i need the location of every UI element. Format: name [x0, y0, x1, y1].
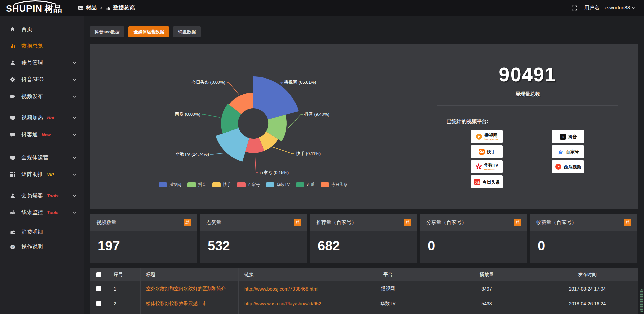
legend-item[interactable]: 西瓜 [296, 182, 315, 188]
app-logo[interactable]: SHUPIN 树品 [0, 0, 72, 16]
sidebar-item-label: 账号管理 [21, 59, 43, 66]
legend-item[interactable]: 播视网 [159, 182, 181, 188]
sidebar-item-media-operation[interactable]: 全媒体运营 [0, 149, 84, 166]
sidebar-item-douketong[interactable]: 抖客通 New [0, 126, 84, 143]
row-title-link[interactable]: 室外水纹灯和室内水纹灯的区别和简介 [141, 281, 239, 296]
platform-badge-sub: wasu.cn [484, 168, 498, 171]
divider [5, 145, 79, 145]
sidebar-item-account[interactable]: 账号管理 [0, 54, 84, 71]
impressions-summary: 90491 展现量总数 已统计的视频平台: 播视网boosj.com 快手 华数… [417, 44, 638, 209]
total-badge[interactable]: 总 [294, 219, 301, 226]
platform-badge-toutiao[interactable]: 头条 今日头条 [471, 175, 503, 188]
platform-badge-kuaishou[interactable]: 快手 [471, 145, 503, 158]
tab-inquiry-data[interactable]: 询盘数据 [173, 26, 201, 37]
sidebar-item-label: 视频发布 [21, 93, 43, 100]
sidebar-item-clue-monitor[interactable]: 线索监控 Tools [0, 204, 84, 221]
sidebar-item-label: 抖客通 [21, 131, 38, 138]
row-num: 1 [108, 281, 141, 296]
total-badge[interactable]: 总 [184, 219, 191, 226]
sidebar-item-matrix-boost[interactable]: 矩阵助推 VIP [0, 166, 84, 183]
row-url-link[interactable]: http://www.wasu.cn/Play/show/id/952... [239, 296, 339, 311]
sidebar-item-home[interactable]: 首页 [0, 21, 84, 38]
user-menu[interactable]: 用户名：zswodun88 [584, 5, 635, 11]
main-content: 抖音seo数据 全媒体运营数据 询盘数据 播视网 (65.61%)抖音 (9.4… [84, 16, 644, 314]
rose-pie-chart[interactable]: 播视网 (65.61%)抖音 (9.40%)快手 (0.11%)百家号 (0.1… [90, 44, 417, 198]
row-platform: 华数TV [339, 296, 437, 311]
wasu-logo-icon [475, 163, 482, 170]
platform-badge-wasu[interactable]: 华数TVwasu.cn [471, 160, 503, 173]
pie-slice[interactable] [216, 128, 249, 162]
sidebar-item-label: 全媒体运营 [21, 154, 48, 161]
sidebar-item-video-publish[interactable]: 视频发布 [0, 88, 84, 105]
legend-item[interactable]: 快手 [212, 182, 231, 188]
total-badge[interactable]: 总 [404, 219, 411, 226]
hot-badge: Hot [47, 115, 54, 120]
table-row: 1 室外水纹灯和室内水纹灯的区别和简介 http://www.boosj.com… [90, 281, 638, 296]
row-time: 2018-04-26 16:24 [536, 296, 638, 311]
total-badge[interactable]: 总 [514, 219, 521, 226]
row-time [536, 311, 638, 314]
platform-badge-title: 快手 [487, 150, 496, 154]
legend-item[interactable]: 百家号 [237, 182, 260, 188]
row-views: 5438 [437, 296, 536, 311]
sidebar-item-label: 首页 [21, 26, 32, 33]
legend-label: 西瓜 [307, 182, 315, 188]
legend-swatch [266, 182, 274, 187]
chevron-down-icon [73, 95, 76, 98]
toutiao-logo-icon: 头条 [474, 178, 481, 186]
tools-badge: Tools [47, 210, 58, 215]
pie-label-line [210, 153, 225, 154]
sidebar-item-douyin-seo[interactable]: 抖音SEO [0, 71, 84, 88]
wallet-icon [10, 230, 16, 235]
pie-label: 华数TV (24.74%) [176, 152, 209, 157]
screen-icon [10, 155, 16, 160]
legend-item[interactable]: 今日头条 [321, 182, 347, 188]
logo-arc-icon [10, 0, 60, 5]
stat-card-value: 0 [530, 231, 637, 253]
select-all-checkbox[interactable] [96, 272, 101, 277]
platform-badge-xigua[interactable]: 西瓜视频 [552, 160, 584, 173]
legend-label: 华数TV [277, 182, 290, 188]
platform-badge-douyin[interactable]: ♪ 抖音 [552, 130, 584, 143]
user-icon [10, 60, 16, 65]
breadcrumb: 树品 > 数据总览 [78, 4, 135, 11]
tab-douyin-seo-data[interactable]: 抖音seo数据 [90, 26, 124, 37]
legend-item[interactable]: 抖音 [187, 182, 206, 188]
row-checkbox[interactable] [96, 301, 101, 306]
sidebar-item-video-heat[interactable]: 视频加热 Hot [0, 109, 84, 126]
chevron-down-icon [73, 62, 76, 64]
fullscreen-icon[interactable] [572, 5, 577, 11]
sidebar-item-data-overview[interactable]: 数据总览 [0, 38, 84, 54]
row-title-link[interactable]: 楼体投影灯投影效果震撼上市 [141, 296, 239, 311]
vip-badge: VIP [47, 172, 54, 177]
breadcrumb-root[interactable]: 树品 [86, 4, 97, 11]
legend-swatch [237, 182, 246, 187]
stat-card-value: 197 [90, 231, 197, 253]
stat-card-favorite: 收藏量（百家号）总 0 [530, 214, 637, 263]
svg-text:♪: ♪ [562, 135, 564, 139]
kuaishou-logo-icon [478, 148, 485, 155]
legend-item[interactable]: 华数TV [266, 182, 290, 188]
row-url [239, 311, 339, 314]
tab-media-operation-data[interactable]: 全媒体运营数据 [128, 26, 169, 37]
help-icon: ? [10, 244, 16, 250]
row-url-link[interactable]: http://www.boosj.com/7338468.html [239, 281, 339, 296]
sidebar-item-label: 操作说明 [21, 243, 43, 250]
sidebar-item-member-baoke[interactable]: 会员爆客 Tools [0, 187, 84, 204]
platform-badge-baijiahao[interactable]: 百 百家号 [552, 145, 584, 158]
row-platform [339, 311, 437, 314]
overview-panel: 播视网 (65.61%)抖音 (9.40%)快手 (0.11%)百家号 (0.1… [90, 44, 638, 209]
sidebar-item-help[interactable]: ? 操作说明 [0, 240, 84, 254]
platform-badge-boosj[interactable]: 播视网boosj.com [471, 130, 503, 143]
col-title: 标题 [141, 268, 239, 281]
row-views [437, 311, 536, 314]
pie-label-line [255, 154, 258, 173]
pie-label: 今日头条 (0.00%) [192, 80, 225, 85]
row-checkbox[interactable] [96, 286, 101, 291]
row-checkbox-cell [90, 311, 108, 314]
total-badge[interactable]: 总 [624, 219, 631, 226]
sidebar-item-expense-detail[interactable]: 消费明细 [0, 225, 84, 240]
legend-swatch [159, 182, 167, 187]
breadcrumb-current[interactable]: 数据总览 [113, 4, 135, 11]
scrollbar-thumb[interactable] [640, 289, 643, 312]
